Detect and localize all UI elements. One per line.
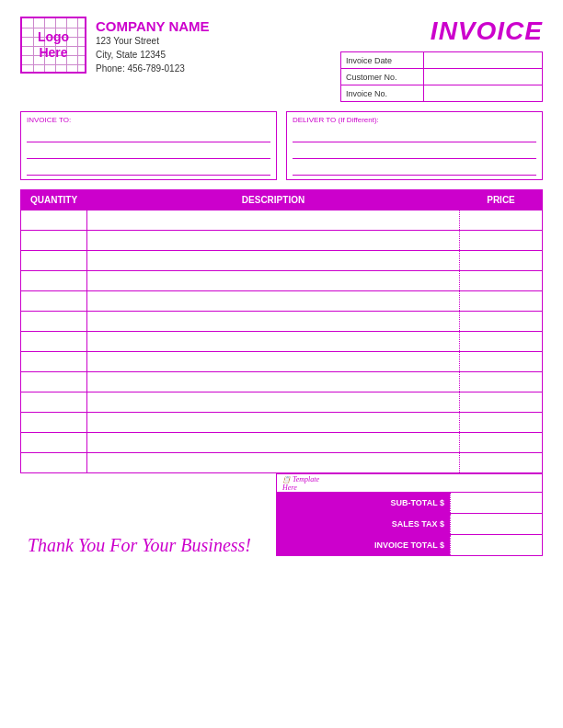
col-description: DESCRIPTION	[87, 190, 460, 210]
deliver-to-line2[interactable]	[293, 144, 536, 159]
invoice-to-line1[interactable]	[27, 128, 270, 142]
invoicetotal-row: INVOICE TOTAL $	[276, 534, 543, 556]
salestax-row: SALES TAX $	[276, 513, 543, 534]
desc-cell-8[interactable]	[87, 372, 460, 392]
table-row	[21, 372, 543, 392]
invoice-title: INVOICE	[431, 17, 543, 46]
desc-cell-7[interactable]	[87, 352, 460, 372]
subtotal-row: SUB-TOTAL $	[276, 492, 543, 513]
invoice-rows	[21, 210, 543, 473]
price-cell-12[interactable]	[460, 453, 543, 473]
qty-cell-10[interactable]	[21, 413, 87, 433]
address-line3: Phone: 456-789-0123	[96, 62, 210, 75]
invoice-page: Logo Here COMPANY NAME 123 Your Street C…	[0, 0, 563, 728]
desc-cell-5[interactable]	[87, 312, 460, 332]
address-line2: City, State 12345	[96, 48, 210, 62]
qty-cell-1[interactable]	[21, 231, 87, 251]
qty-cell-2[interactable]	[21, 251, 87, 271]
thank-you-text: Thank You For Your Business!	[20, 524, 276, 556]
desc-cell-11[interactable]	[87, 433, 460, 453]
invoice-to-line3[interactable]	[27, 161, 270, 176]
table-row	[21, 271, 543, 291]
qty-cell-7[interactable]	[21, 352, 87, 372]
totals-logo-row: 📋 TemplateHere	[276, 473, 543, 492]
price-cell-2[interactable]	[460, 251, 543, 271]
qty-cell-0[interactable]	[21, 210, 87, 231]
customer-no-row: Customer No.	[341, 69, 543, 85]
price-cell-10[interactable]	[460, 413, 543, 433]
company-address: 123 Your Street City, State 12345 Phone:…	[96, 34, 210, 75]
desc-cell-12[interactable]	[87, 453, 460, 473]
price-cell-3[interactable]	[460, 271, 543, 291]
table-row	[21, 332, 543, 352]
deliver-to-lines	[293, 126, 536, 176]
totals-section: 📋 TemplateHere SUB-TOTAL $ SALES TAX $ I…	[276, 473, 543, 556]
price-cell-8[interactable]	[460, 372, 543, 392]
col-quantity: QUANTITY	[21, 190, 87, 210]
deliver-to-line3[interactable]	[293, 161, 536, 176]
desc-cell-6[interactable]	[87, 332, 460, 352]
invoice-date-value[interactable]	[423, 52, 542, 69]
qty-cell-6[interactable]	[21, 332, 87, 352]
subtotal-value[interactable]	[450, 493, 542, 513]
price-cell-1[interactable]	[460, 231, 543, 251]
header: Logo Here COMPANY NAME 123 Your Street C…	[20, 17, 543, 102]
invoice-to-box: INVOICE TO:	[20, 111, 277, 180]
table-row	[21, 312, 543, 332]
salestax-label: SALES TAX $	[277, 514, 450, 534]
invoice-fields-table: Invoice Date Customer No. Invoice No.	[340, 51, 543, 102]
header-left: Logo Here COMPANY NAME 123 Your Street C…	[20, 17, 210, 75]
price-cell-9[interactable]	[460, 392, 543, 413]
company-name: COMPANY NAME	[96, 18, 210, 34]
desc-cell-2[interactable]	[87, 251, 460, 271]
price-cell-7[interactable]	[460, 352, 543, 372]
desc-cell-0[interactable]	[87, 210, 460, 231]
address-line1: 123 Your Street	[96, 34, 210, 48]
table-header-row: QUANTITY DESCRIPTION PRICE	[21, 190, 543, 210]
footer-section: Thank You For Your Business! 📋 TemplateH…	[20, 473, 543, 556]
logo-box: Logo Here	[20, 17, 86, 74]
table-row	[21, 251, 543, 271]
qty-cell-9[interactable]	[21, 392, 87, 413]
qty-cell-8[interactable]	[21, 372, 87, 392]
customer-no-value[interactable]	[423, 69, 542, 85]
invoicetotal-label: INVOICE TOTAL $	[277, 535, 450, 555]
qty-cell-3[interactable]	[21, 271, 87, 291]
table-row	[21, 392, 543, 413]
subtotal-label: SUB-TOTAL $	[277, 493, 450, 513]
table-row	[21, 352, 543, 372]
table-row	[21, 433, 543, 453]
deliver-to-box: DELIVER TO (If Different):	[286, 111, 543, 180]
desc-cell-1[interactable]	[87, 231, 460, 251]
price-cell-4[interactable]	[460, 291, 543, 312]
qty-cell-12[interactable]	[21, 453, 87, 473]
price-cell-11[interactable]	[460, 433, 543, 453]
company-info: COMPANY NAME 123 Your Street City, State…	[96, 17, 210, 75]
salestax-value[interactable]	[450, 514, 542, 534]
price-cell-0[interactable]	[460, 210, 543, 231]
deliver-to-line1[interactable]	[293, 128, 536, 142]
invoice-table: QUANTITY DESCRIPTION PRICE	[20, 189, 543, 473]
invoice-to-line2[interactable]	[27, 144, 270, 159]
invoice-date-row: Invoice Date	[341, 52, 543, 69]
table-row	[21, 291, 543, 312]
address-section: INVOICE TO: DELIVER TO (If Different):	[20, 111, 543, 180]
price-cell-5[interactable]	[460, 312, 543, 332]
price-cell-6[interactable]	[460, 332, 543, 352]
invoice-date-label: Invoice Date	[341, 52, 424, 69]
table-row	[21, 453, 543, 473]
qty-cell-5[interactable]	[21, 312, 87, 332]
desc-cell-3[interactable]	[87, 271, 460, 291]
desc-cell-10[interactable]	[87, 413, 460, 433]
table-row	[21, 231, 543, 251]
invoice-no-value[interactable]	[423, 85, 542, 102]
desc-cell-9[interactable]	[87, 392, 460, 413]
customer-no-label: Customer No.	[341, 69, 424, 85]
logo-text: Logo Here	[38, 29, 69, 61]
desc-cell-4[interactable]	[87, 291, 460, 312]
qty-cell-11[interactable]	[21, 433, 87, 453]
totals-mini-logo: 📋 TemplateHere	[282, 475, 319, 492]
qty-cell-4[interactable]	[21, 291, 87, 312]
invoicetotal-value[interactable]	[450, 535, 542, 555]
invoice-to-lines	[27, 126, 270, 176]
